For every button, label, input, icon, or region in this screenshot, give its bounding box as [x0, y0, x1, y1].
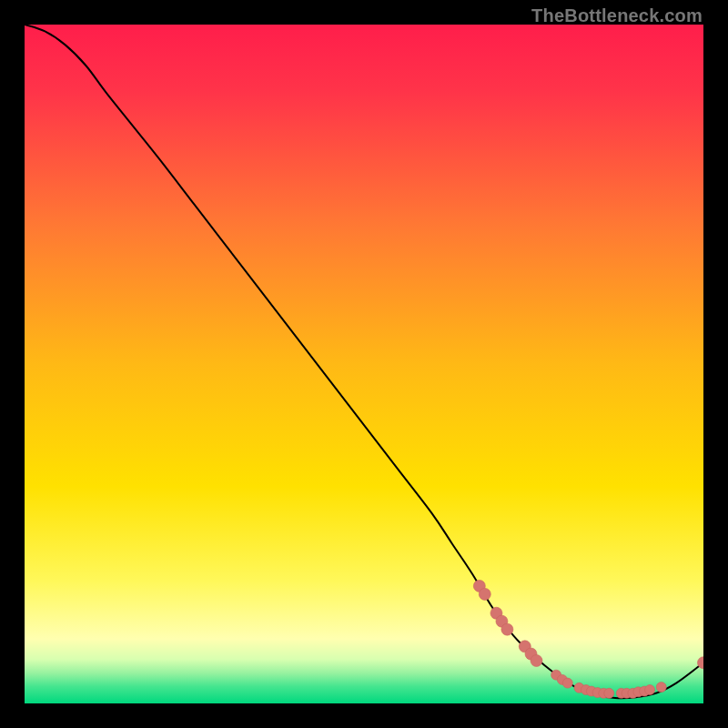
data-point [645, 685, 655, 695]
watermark-text: TheBottleneck.com [531, 5, 703, 26]
data-point [604, 688, 614, 698]
chart-stage: TheBottleneck.com [0, 0, 728, 728]
plot-area [25, 25, 703, 703]
data-point [562, 678, 572, 688]
data-point [531, 655, 542, 667]
bottleneck-curve [25, 25, 703, 698]
data-point [656, 682, 666, 693]
data-point [479, 588, 490, 600]
data-point [501, 623, 513, 635]
chart-overlay [25, 25, 703, 703]
